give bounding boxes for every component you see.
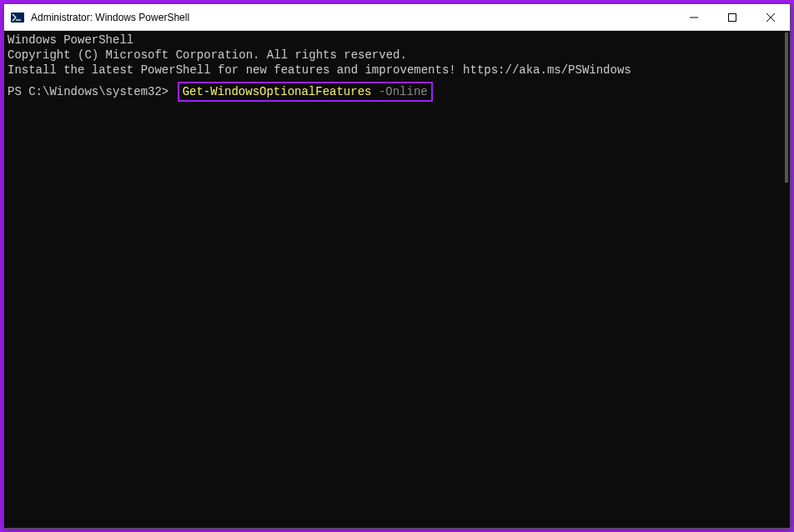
powershell-icon	[11, 11, 24, 24]
terminal-line: Copyright (C) Microsoft Corporation. All…	[8, 48, 786, 63]
minimize-button[interactable]	[675, 4, 713, 31]
maximize-button[interactable]	[713, 4, 751, 31]
titlebar: Administrator: Windows PowerShell	[4, 4, 790, 31]
prompt-prefix: PS C:\Windows\system32>	[8, 84, 176, 99]
cmdlet-text: Get-WindowsOptionalFeatures	[183, 84, 372, 99]
scrollbar-thumb[interactable]	[785, 33, 788, 183]
svg-rect-1	[729, 13, 736, 21]
terminal-content[interactable]: Windows PowerShell Copyright (C) Microso…	[4, 31, 790, 528]
powershell-window: Administrator: Windows PowerShell Window…	[3, 3, 791, 529]
prompt-line: PS C:\Windows\system32> Get-WindowsOptio…	[8, 82, 786, 102]
terminal-line: Install the latest PowerShell for new fe…	[8, 63, 786, 78]
highlight-annotation: Get-WindowsOptionalFeatures -Online	[178, 82, 433, 102]
scrollbar[interactable]	[776, 31, 790, 528]
terminal-line: Windows PowerShell	[8, 33, 786, 48]
window-title: Administrator: Windows PowerShell	[31, 12, 675, 23]
param-text: -Online	[371, 84, 427, 99]
window-controls	[675, 4, 790, 30]
close-button[interactable]	[751, 4, 790, 31]
